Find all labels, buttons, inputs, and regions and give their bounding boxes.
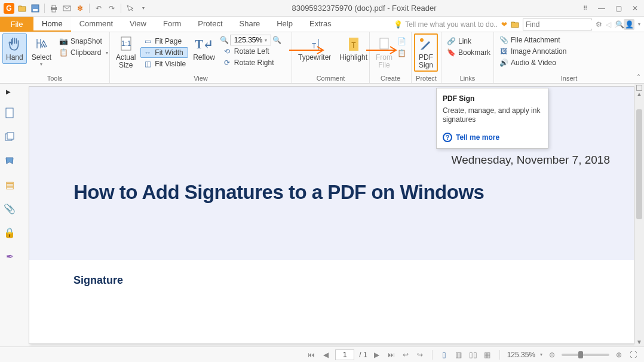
- link-button[interactable]: 🔗Link: [444, 36, 493, 47]
- single-page-view-icon[interactable]: ▯: [440, 351, 449, 359]
- tab-share[interactable]: Share: [231, 17, 269, 32]
- prev-page-icon[interactable]: ◀: [321, 351, 330, 359]
- help-icon: ?: [443, 133, 452, 142]
- document-heading: How to Add Signatures to a PDF on Window…: [73, 181, 484, 204]
- last-page-icon[interactable]: ⏭: [387, 351, 396, 359]
- svg-rect-3: [52, 5, 56, 8]
- undo-icon[interactable]: ↶: [93, 3, 104, 14]
- tab-help[interactable]: Help: [268, 17, 301, 32]
- vertical-scrollbar[interactable]: ▲ ▼: [634, 84, 644, 346]
- fit-visible-button[interactable]: ◫Fit Visible: [140, 59, 188, 69]
- svg-text:1:1: 1:1: [121, 39, 131, 48]
- redo-icon[interactable]: ↷: [106, 3, 117, 14]
- tab-extras[interactable]: Extras: [301, 17, 340, 32]
- snapshot-button[interactable]: 📷 SnapShot: [56, 36, 111, 47]
- clipboard-button[interactable]: 📋 Clipboard ▾: [56, 47, 111, 58]
- find-next-icon[interactable]: ▷: [615, 20, 620, 29]
- maximize-icon[interactable]: ▢: [613, 3, 624, 14]
- jump-back-icon[interactable]: ↩: [401, 351, 410, 359]
- scroll-top-marker[interactable]: [636, 85, 642, 91]
- pdf-sign-button[interactable]: PDF Sign: [414, 33, 438, 72]
- zoom-in-icon[interactable]: 🔍: [272, 36, 281, 44]
- tab-view[interactable]: View: [121, 17, 155, 32]
- file-attachment-button[interactable]: 📎File Attachment: [496, 35, 569, 45]
- tab-form[interactable]: Form: [155, 17, 189, 32]
- bookmarks-panel-icon[interactable]: [4, 155, 16, 167]
- new-icon[interactable]: ✻: [75, 3, 85, 14]
- zoom-dropdown-icon[interactable]: ▾: [540, 352, 542, 357]
- find-settings-icon[interactable]: ⚙: [596, 20, 602, 29]
- next-page-icon[interactable]: ▶: [372, 351, 382, 359]
- reflow-button[interactable]: T↵ Reflow: [189, 33, 219, 64]
- find-box[interactable]: 🔍: [523, 19, 592, 30]
- select-icon: [33, 36, 50, 53]
- first-page-icon[interactable]: ⏮: [306, 351, 316, 359]
- zoom-slider-knob[interactable]: [578, 351, 583, 358]
- scroll-thumb[interactable]: [636, 109, 642, 219]
- tab-comment[interactable]: Comment: [71, 17, 121, 32]
- svg-rect-16: [7, 133, 14, 139]
- clipboard-icon: 📋: [59, 48, 68, 57]
- open-icon[interactable]: [17, 3, 27, 14]
- email-icon[interactable]: [62, 3, 72, 14]
- collapse-ribbon-icon[interactable]: ˄: [637, 73, 640, 82]
- continuous-view-icon[interactable]: ▥: [454, 351, 464, 359]
- continuous-facing-view-icon[interactable]: ▦: [483, 351, 492, 359]
- panel-expand-icon[interactable]: ▶: [6, 88, 11, 95]
- zoom-out-icon[interactable]: 🔍: [220, 36, 229, 44]
- pdf-sign-tooltip: PDF Sign Create, manage, and apply ink s…: [436, 88, 548, 149]
- jump-forward-icon[interactable]: ↪: [415, 351, 425, 359]
- fullscreen-icon[interactable]: ⛶: [628, 351, 638, 359]
- actual-size-icon: 1:1: [118, 36, 134, 53]
- fit-page-button[interactable]: ▭Fit Page: [140, 36, 188, 47]
- hand-tool-button[interactable]: Hand: [2, 33, 27, 64]
- find-prev-icon[interactable]: ◁: [606, 20, 611, 29]
- image-annotation-button[interactable]: 🖼Image Annotation: [496, 46, 569, 57]
- link-icon: 🔗: [446, 36, 456, 46]
- ribbon-options-icon[interactable]: ⠿: [579, 3, 590, 14]
- folder-search-icon[interactable]: [511, 20, 519, 29]
- user-avatar[interactable]: 👤: [624, 19, 634, 30]
- rotate-right-button[interactable]: ⟳Rotate Right: [220, 57, 281, 68]
- zoom-percent-label: 125.35%: [507, 351, 535, 359]
- actual-size-button[interactable]: 1:1 Actual Size: [112, 33, 139, 72]
- user-dropdown-icon[interactable]: ▾: [638, 22, 640, 27]
- camera-icon: 📷: [59, 36, 68, 46]
- heart-icon[interactable]: ❤: [501, 20, 507, 29]
- svg-point-13: [420, 38, 424, 42]
- attachments-panel-icon[interactable]: 📎: [4, 203, 16, 214]
- tooltip-tell-me-more[interactable]: ? Tell me more: [443, 133, 542, 142]
- pages-panel-icon[interactable]: [4, 107, 16, 119]
- tell-me-input[interactable]: 💡 Tell me what you want to do..: [394, 20, 498, 29]
- fit-width-icon: ↔: [143, 48, 152, 57]
- security-panel-icon[interactable]: 🔒: [4, 226, 16, 238]
- zoom-slider[interactable]: [562, 354, 609, 356]
- svg-rect-1: [33, 9, 38, 11]
- rotate-left-button[interactable]: ⟲Rotate Left: [220, 46, 281, 57]
- tab-file[interactable]: File: [0, 17, 33, 32]
- attachment-icon: 📎: [499, 35, 508, 45]
- minimize-icon[interactable]: —: [596, 3, 607, 14]
- tab-protect[interactable]: Protect: [189, 17, 231, 32]
- scroll-down-icon[interactable]: ▼: [636, 339, 642, 345]
- audio-video-button[interactable]: 🔊Audio & Video: [496, 57, 569, 68]
- comments-panel-icon[interactable]: ▤: [4, 179, 16, 191]
- select-tool-button[interactable]: Select ▾: [28, 33, 55, 69]
- cursor-dropdown-icon[interactable]: [125, 3, 136, 14]
- page-number-input[interactable]: [335, 349, 354, 360]
- facing-view-icon[interactable]: ▯▯: [468, 351, 478, 359]
- zoom-value-box[interactable]: 125.35%▾: [230, 35, 271, 45]
- zoom-plus-icon[interactable]: ⊕: [614, 351, 624, 359]
- tab-home[interactable]: Home: [33, 17, 71, 32]
- qat-dropdown-icon[interactable]: ▾: [138, 3, 149, 14]
- close-icon[interactable]: ✕: [630, 3, 640, 14]
- signatures-panel-icon[interactable]: ✒: [4, 250, 16, 262]
- save-icon[interactable]: [30, 3, 41, 14]
- zoom-minus-icon[interactable]: ⊖: [547, 351, 557, 359]
- print-icon[interactable]: [48, 3, 59, 14]
- scroll-up-icon[interactable]: ▲: [636, 91, 642, 97]
- fit-width-button[interactable]: ↔Fit Width: [140, 47, 188, 58]
- group-label-create: Create: [372, 75, 409, 83]
- layers-panel-icon[interactable]: [4, 131, 16, 143]
- bookmark-button[interactable]: 🔖Bookmark: [444, 47, 493, 58]
